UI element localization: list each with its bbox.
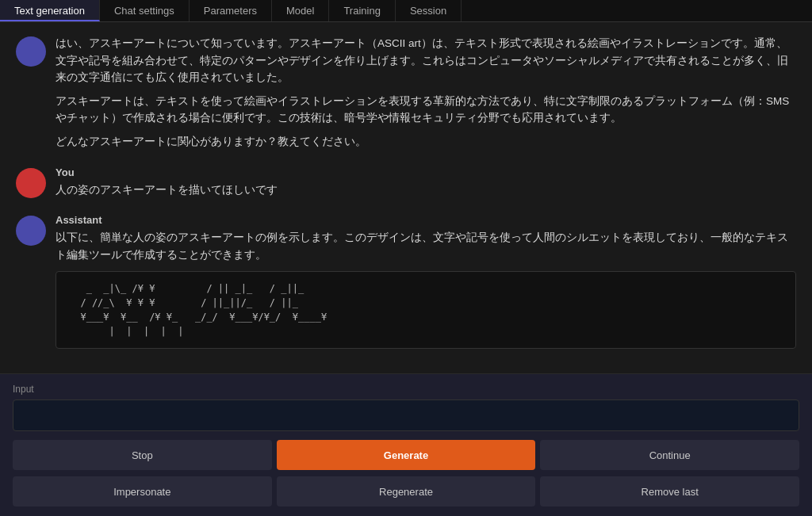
chat-area[interactable]: はい、アスキーアートについて知っています。アスキーアート（ASCII art）は… [0,22,812,373]
tab-model[interactable]: Model [272,0,329,21]
message-1: はい、アスキーアートについて知っています。アスキーアート（ASCII art）は… [16,35,796,151]
input-label: Input [13,384,799,395]
ascii-art-box: _ _|\_ /¥ ¥ / || _|_ / _||_ / //_\ ¥ ¥ ¥… [56,271,796,349]
tab-parameters[interactable]: Parameters [190,0,272,21]
message-content-3: Assistant 以下に、簡単な人の姿のアスキーアートの例を示します。このデザ… [56,214,796,349]
message-author-2: You [56,166,796,178]
message-text-1: はい、アスキーアートについて知っています。アスキーアート（ASCII art）は… [56,35,796,151]
avatar-assistant-1 [16,36,46,67]
message-text-2: 人の姿のアスキーアートを描いてほしいです [56,182,796,199]
continue-button[interactable]: Continue [540,440,799,470]
tab-session[interactable]: Session [396,0,462,21]
tab-chat-settings[interactable]: Chat settings [100,0,190,21]
impersonate-button[interactable]: Impersonate [13,476,272,506]
remove-last-button[interactable]: Remove last [540,476,799,506]
button-row-1: Stop Generate Continue [13,440,799,470]
message-author-3: Assistant [56,214,796,226]
tab-text-generation[interactable]: Text generation [0,0,100,21]
tab-training[interactable]: Training [329,0,395,21]
stop-button[interactable]: Stop [13,440,272,470]
generate-button[interactable]: Generate [277,440,536,470]
tab-bar: Text generation Chat settings Parameters… [0,0,812,22]
message-para-1-3: どんなアスキーアートに関心がありますか？教えてください。 [56,133,796,151]
message-para-1-2: アスキーアートは、テキストを使って絵画やイラストレーションを表現する革新的な方法… [56,93,796,127]
avatar-user [16,168,46,198]
message-content-1: はい、アスキーアートについて知っています。アスキーアート（ASCII art）は… [56,35,796,151]
message-content-2: You 人の姿のアスキーアートを描いてほしいです [56,166,796,199]
message-3: Assistant 以下に、簡単な人の姿のアスキーアートの例を示します。このデザ… [16,214,796,349]
message-para-1-1: はい、アスキーアートについて知っています。アスキーアート（ASCII art）は… [56,35,796,86]
message-2: You 人の姿のアスキーアートを描いてほしいです [16,166,796,199]
regenerate-button[interactable]: Regenerate [277,476,536,506]
message-para-2-1: 人の姿のアスキーアートを描いてほしいです [56,182,796,199]
input-area: Input Stop Generate Continue Impersonate… [0,373,812,516]
input-field[interactable] [13,399,799,431]
message-text-3: 以下に、簡単な人の姿のアスキーアートの例を示します。このデザインは、文字や記号を… [56,229,796,263]
message-para-3-1: 以下に、簡単な人の姿のアスキーアートの例を示します。このデザインは、文字や記号を… [56,229,796,263]
avatar-assistant-2 [16,216,46,246]
main-layout: はい、アスキーアートについて知っています。アスキーアート（ASCII art）は… [0,22,812,516]
button-row-2: Impersonate Regenerate Remove last [13,476,799,506]
